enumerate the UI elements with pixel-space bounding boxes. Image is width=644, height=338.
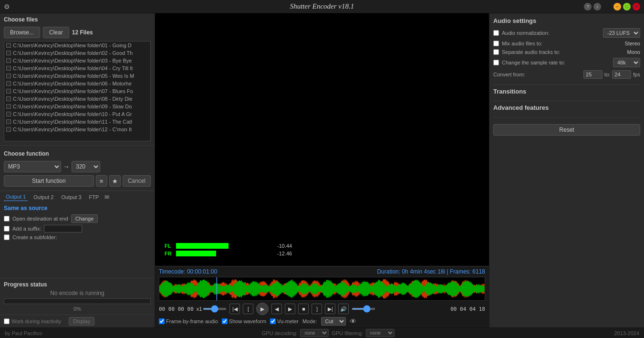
gpu-decoding-label: GPU decoding: — [262, 330, 298, 336]
stop-button[interactable]: ■ — [298, 304, 309, 314]
advanced-features-title[interactable]: Advanced features — [493, 104, 640, 111]
list-item[interactable]: C:\Users\Kevincy\Desktop\New folder\03 -… — [4, 57, 150, 64]
file-list[interactable]: C:\Users\Kevincy\Desktop\New folder\01 -… — [4, 41, 151, 141]
cancel-button[interactable]: Cancel — [123, 175, 151, 187]
list-item[interactable]: C:\Users\Kevincy\Desktop\New folder\02 -… — [4, 49, 150, 57]
speed-label: x1 — [197, 306, 202, 312]
vu-fl-fill — [176, 243, 229, 249]
create-subfolder-checkbox[interactable] — [4, 234, 10, 240]
tab-ftp[interactable]: FTP — [87, 193, 101, 201]
sample-rate-select[interactable]: 48k 44.1k 96k — [613, 58, 640, 67]
list-item[interactable]: C:\Users\Kevincy\Desktop\New folder\07 -… — [4, 87, 150, 95]
same-as-source[interactable]: Same as source — [4, 205, 151, 211]
video-preview[interactable]: FL -10.44 FR -12.46 — [155, 13, 489, 266]
function-row: MP3 MP4 WAV FLAC → 320 256 192 128 — [4, 161, 151, 172]
separate-tracks-row: Separate audio tracks to: Mono — [493, 49, 640, 55]
go-start-button[interactable]: |◀ — [229, 304, 240, 314]
suffix-input[interactable] — [44, 225, 82, 232]
reset-button[interactable]: Reset — [493, 124, 640, 136]
list-item[interactable]: C:\Users\Kevincy\Desktop\New folder\04 -… — [4, 64, 150, 72]
gpu-decoding-select[interactable]: none cuda opencl — [300, 329, 329, 337]
change-button[interactable]: Change — [71, 214, 98, 223]
convert-to-label: to: — [604, 72, 610, 77]
info-icon[interactable]: i — [593, 3, 601, 11]
separate-tracks-label: Separate audio tracks to: — [502, 49, 624, 55]
normalization-label: Audio normalization: — [502, 30, 600, 36]
eye-button[interactable]: 👁 — [350, 317, 356, 325]
mix-audio-checkbox[interactable] — [493, 41, 499, 46]
star-icon-button[interactable]: ★ — [109, 175, 121, 187]
fps-to-input[interactable] — [612, 70, 631, 79]
help-icon[interactable]: ? — [584, 3, 592, 11]
clear-button[interactable]: Clear — [43, 27, 69, 38]
output-settings: Same as source Open destination at end C… — [0, 203, 155, 278]
volume-slider[interactable] — [352, 308, 375, 310]
fps-convert-row: Convert from: to: fps — [493, 70, 640, 79]
vu-meter: FL -10.44 FR -12.46 — [165, 243, 479, 256]
separate-tracks-checkbox[interactable] — [493, 49, 499, 55]
list-item[interactable]: C:\Users\Kevincy\Desktop\New folder\10 -… — [4, 110, 150, 118]
close-button[interactable]: ✕ — [633, 3, 640, 11]
open-destination-checkbox[interactable] — [4, 216, 10, 222]
next-frame-button[interactable]: ▶ — [285, 304, 295, 314]
open-destination-option: Open destination at end Change — [4, 214, 151, 223]
mark-in-button[interactable]: [ — [243, 304, 253, 314]
maximize-button[interactable]: □ — [623, 3, 631, 11]
frame-audio-checkbox[interactable] — [159, 318, 165, 324]
add-suffix-checkbox[interactable] — [4, 226, 10, 232]
tab-output1[interactable]: Output 1 — [4, 193, 28, 201]
show-waveform-checkbox[interactable] — [222, 318, 228, 324]
tab-output2[interactable]: Output 2 — [31, 193, 55, 201]
volume-button[interactable]: 🔊 — [338, 304, 349, 314]
normalization-select[interactable]: -23 LUFS -16 LUFS -14 LUFS — [603, 28, 640, 38]
gpu-filtering-select[interactable]: none opencl — [366, 329, 395, 337]
normalization-checkbox[interactable] — [493, 30, 499, 36]
waveform-container[interactable] — [159, 277, 485, 301]
vu-meter-checkbox[interactable] — [270, 318, 276, 324]
play-button[interactable]: ▶ — [256, 303, 269, 315]
fps-from-input[interactable] — [583, 70, 602, 79]
sample-rate-checkbox[interactable] — [493, 60, 499, 65]
list-item[interactable]: C:\Users\Kevincy\Desktop\New folder\09 -… — [4, 103, 150, 110]
create-subfolder-option: Create a subfolder: — [4, 234, 151, 240]
list-icon-button[interactable]: ≡ — [96, 175, 107, 187]
timecode-label: Timecode: 00:00:01:00 — [159, 268, 217, 275]
bottom-options: Work during inactivity Display — [0, 315, 155, 327]
mail-icon[interactable]: ✉ — [104, 194, 109, 201]
file-buttons: Browse... Clear 12 Files — [4, 27, 151, 38]
prev-frame-button[interactable]: ◀ — [271, 304, 282, 314]
start-function-button[interactable]: Start function — [4, 175, 94, 187]
work-during-inactivity-checkbox[interactable] — [4, 318, 10, 324]
mode-select[interactable]: Cut Trim — [321, 317, 346, 326]
go-end-button[interactable]: ▶| — [325, 304, 335, 314]
author-label: by Paul Pacifico — [5, 330, 42, 336]
audio-settings-title: Audio settings — [493, 17, 640, 24]
progress-title: Progress status — [4, 281, 151, 288]
list-item[interactable]: C:\Users\Kevincy\Desktop\New folder\11 -… — [4, 118, 150, 126]
vu-fl-label: FL — [165, 243, 174, 249]
list-item[interactable]: C:\Users\Kevincy\Desktop\New folder\06 -… — [4, 80, 150, 87]
format-select[interactable]: MP3 MP4 WAV FLAC — [4, 161, 61, 172]
mark-out-button[interactable]: ] — [312, 304, 322, 314]
speed-slider[interactable] — [203, 308, 227, 310]
settings-icon[interactable]: ⚙ — [4, 3, 10, 11]
progress-percent: 0% — [4, 306, 151, 312]
list-item[interactable]: C:\Users\Kevincy\Desktop\New folder\12 -… — [4, 126, 150, 133]
browse-button[interactable]: Browse... — [4, 27, 40, 38]
list-item[interactable]: C:\Users\Kevincy\Desktop\New folder\05 -… — [4, 72, 150, 80]
list-item[interactable]: C:\Users\Kevincy\Desktop\New folder\08 -… — [4, 95, 150, 103]
action-row: Start function ≡ ★ Cancel — [4, 175, 151, 187]
tab-output3[interactable]: Output 3 — [59, 193, 83, 201]
create-subfolder-label: Create a subfolder: — [12, 234, 57, 240]
choose-function-title: Choose function — [0, 148, 155, 159]
transitions-title[interactable]: Transitions — [493, 88, 640, 95]
waveform-svg — [159, 277, 485, 300]
minimize-button[interactable]: − — [613, 3, 621, 11]
normalization-row: Audio normalization: -23 LUFS -16 LUFS -… — [493, 28, 640, 38]
list-item[interactable]: C:\Users\Kevincy\Desktop\New folder\01 -… — [4, 42, 150, 49]
left-panel: Choose files Browse... Clear 12 Files C:… — [0, 13, 155, 327]
work-during-inactivity-option: Work during inactivity — [4, 318, 61, 324]
display-button[interactable]: Display — [69, 317, 94, 326]
quality-select[interactable]: 320 256 192 128 — [72, 161, 100, 172]
mode-label: Mode: — [302, 318, 317, 324]
